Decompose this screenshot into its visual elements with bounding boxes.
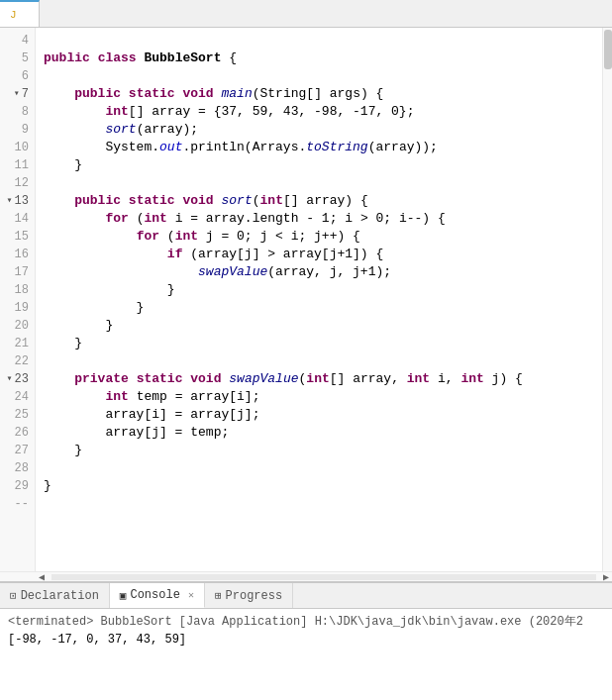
scroll-right-icon[interactable]: ▶: [600, 571, 612, 582]
line-number-6: 6: [0, 67, 35, 85]
console-output-area: <terminated> BubbleSort [Java Applicatio…: [0, 609, 612, 700]
token: void: [182, 193, 213, 208]
token: .println(Arrays.: [182, 140, 306, 154]
line-number-28: 28: [0, 459, 35, 477]
token: [44, 229, 137, 244]
line-number-20: 20: [0, 317, 35, 335]
token: (: [129, 211, 145, 226]
scroll-track[interactable]: [51, 574, 596, 580]
code-line-13: public static void sort(int[] array) {: [44, 192, 602, 210]
token: int: [105, 104, 128, 119]
token: (array[j] > array[j+1]) {: [182, 247, 383, 261]
token: }: [44, 157, 82, 172]
line-number-26: 26: [0, 424, 35, 442]
token: }: [44, 300, 144, 315]
bottom-tab-console[interactable]: ▣Console✕: [110, 583, 205, 608]
token: int: [144, 211, 166, 226]
token: [] array = {37, 59, 43, -98, -17, 0};: [129, 104, 415, 119]
token: {: [221, 50, 237, 65]
token: [214, 86, 222, 101]
token: [] array) {: [283, 193, 368, 208]
line-number-23: ▾23: [0, 370, 35, 388]
collapse-arrow-icon[interactable]: ▾: [14, 85, 20, 103]
token: [44, 193, 74, 208]
editor-area: 456▾789101112▾13141516171819202122▾23242…: [0, 28, 612, 581]
bottom-tab-declaration[interactable]: ⊡Declaration: [0, 583, 110, 608]
line-number-21: 21: [0, 335, 35, 352]
collapse-arrow-icon[interactable]: ▾: [7, 192, 13, 210]
token: void: [182, 86, 213, 101]
console-line: [-98, -17, 0, 37, 43, 59]: [8, 631, 604, 649]
console-line: <terminated> BubbleSort [Java Applicatio…: [8, 613, 604, 631]
token: swapValue: [229, 371, 298, 386]
bottom-tab-progress[interactable]: ⊞Progress: [205, 583, 293, 608]
token: [44, 122, 105, 137]
scroll-thumb[interactable]: [604, 30, 612, 69]
declaration-tab-label: Declaration: [21, 589, 99, 603]
token: (array);: [137, 122, 198, 137]
code-line-22: [44, 352, 602, 370]
code-line-12: [44, 174, 602, 192]
vertical-scrollbar[interactable]: [602, 28, 612, 571]
token: [90, 50, 98, 65]
code-line-16: if (array[j] > array[j+1]) {: [44, 246, 602, 263]
line-number-12: 12: [0, 174, 35, 192]
token: [121, 86, 129, 101]
token: [] array,: [330, 371, 407, 386]
code-line-19: }: [44, 299, 602, 317]
line-number---: --: [0, 495, 35, 513]
line-number-9: 9: [0, 121, 35, 139]
token: int: [105, 389, 128, 404]
horizontal-scrollbar[interactable]: ◀ ▶: [0, 571, 612, 581]
code-line-27: }: [44, 442, 602, 459]
code-line-17: swapValue(array, j, j+1);: [44, 263, 602, 281]
line-number-11: 11: [0, 156, 35, 174]
bottom-tab-bar: ⊡Declaration▣Console✕⊞Progress: [0, 583, 612, 609]
scroll-left-icon[interactable]: ◀: [36, 571, 48, 582]
code-line-28: [44, 459, 602, 477]
code-lines: public class BubbleSort { public static …: [36, 28, 602, 571]
code-line-29: }: [44, 477, 602, 495]
token: }: [44, 318, 113, 333]
collapse-arrow-icon[interactable]: ▾: [7, 370, 13, 388]
token: for: [137, 229, 159, 244]
declaration-tab-icon: ⊡: [10, 589, 17, 602]
token: (: [253, 193, 260, 208]
token: out: [159, 140, 182, 154]
line-number-15: 15: [0, 228, 35, 246]
token: i,: [430, 371, 460, 386]
token: public: [44, 50, 90, 65]
line-numbers: 456▾789101112▾13141516171819202122▾23242…: [0, 28, 36, 571]
token: array[j] = temp;: [44, 425, 229, 440]
token: (String[] args) {: [253, 86, 384, 101]
token: [214, 193, 222, 208]
token: [121, 193, 129, 208]
token: public: [74, 193, 121, 208]
bottom-panel: ⊡Declaration▣Console✕⊞Progress <terminat…: [0, 581, 612, 700]
console-tab-label: Console: [130, 588, 179, 602]
line-number-16: 16: [0, 246, 35, 263]
token: }: [44, 443, 82, 457]
code-line-8: int[] array = {37, 59, 43, -98, -17, 0};: [44, 103, 602, 121]
progress-tab-label: Progress: [226, 589, 283, 603]
code-container[interactable]: 456▾789101112▾13141516171819202122▾23242…: [0, 28, 612, 571]
token: if: [167, 247, 183, 261]
code-line-5: public class BubbleSort {: [44, 50, 602, 67]
code-line-23: private static void swapValue(int[] arra…: [44, 370, 602, 388]
token: class: [98, 50, 137, 65]
line-number-22: 22: [0, 352, 35, 370]
line-number-4: 4: [0, 32, 35, 50]
code-line-24: int temp = array[i];: [44, 388, 602, 406]
file-tab[interactable]: J: [0, 0, 40, 27]
tab-bar: J: [0, 0, 612, 28]
code-line-15: for (int j = 0; j < i; j++) {: [44, 228, 602, 246]
java-file-icon: J: [10, 9, 17, 21]
token: [44, 247, 167, 261]
token: static: [129, 193, 175, 208]
line-number-29: 29: [0, 477, 35, 495]
code-line-7: public static void main(String[] args) {: [44, 85, 602, 103]
token: int: [460, 371, 483, 386]
console-tab-close-icon[interactable]: ✕: [188, 589, 194, 601]
token: static: [129, 86, 175, 101]
code-line-18: }: [44, 281, 602, 299]
